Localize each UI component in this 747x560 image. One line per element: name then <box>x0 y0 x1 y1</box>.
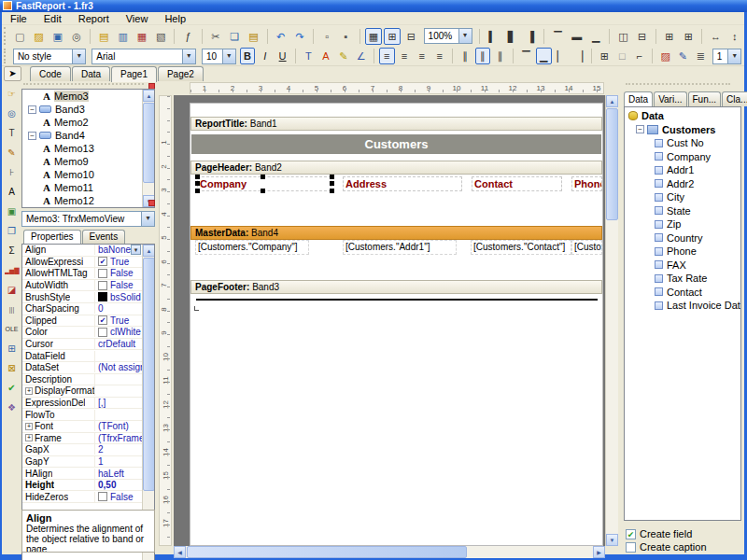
panel-grip[interactable] <box>23 83 144 88</box>
band-structure-icon[interactable]: ▪ <box>337 28 354 45</box>
frame-color-icon[interactable]: ✎ <box>675 48 691 64</box>
property-row-frame[interactable]: +Frame(TfrxFrame) <box>22 433 154 445</box>
create-caption-row[interactable]: Create caption <box>626 541 707 553</box>
line-style-icon[interactable]: ≣ <box>693 48 709 64</box>
addon-object-icon[interactable]: ❖ <box>4 399 21 415</box>
header-memo-phone[interactable]: Phone <box>571 176 602 191</box>
field-item-company[interactable]: Company <box>625 150 740 164</box>
chevron-down-icon[interactable]: ▾ <box>727 49 740 63</box>
property-row-cursor[interactable]: CursorcrDefault <box>22 339 154 351</box>
scroll-thumb[interactable] <box>143 103 155 183</box>
property-row-displayformat[interactable]: +DisplayFormat <box>22 385 154 398</box>
highlight-icon[interactable]: ✎ <box>335 48 351 64</box>
design-horizontal-scrollbar[interactable]: ◀▶ <box>174 546 605 558</box>
show-grid-icon[interactable]: ▦ <box>365 28 382 45</box>
tree-item-memo10[interactable]: AMemo10 <box>22 168 154 181</box>
property-row-allowexpressi[interactable]: AllowExpressi✔True <box>22 257 154 269</box>
tree-item-band3[interactable]: −Band3 <box>22 103 154 116</box>
frame-all-icon[interactable]: ⊞ <box>597 48 613 64</box>
table-object-icon[interactable]: ⊞ <box>4 340 21 357</box>
format-brush-icon[interactable]: ✎ <box>4 144 21 161</box>
property-row-align[interactable]: AlignbaNone▾ <box>22 245 154 257</box>
band-masterdata[interactable]: MasterData: Band4 <box>190 226 602 240</box>
selection-handle[interactable] <box>330 189 334 193</box>
space-horizontally-icon[interactable]: ◫ <box>614 28 631 45</box>
property-row-allowhtmltag[interactable]: AllowHTMLTagFalse <box>22 268 154 280</box>
band-pageheader[interactable]: PageHeader: Band2 <box>190 161 602 175</box>
align-left-edges-icon[interactable]: ▍ <box>484 28 500 45</box>
tree-item-memo3[interactable]: AMemo3 <box>22 90 154 103</box>
data-memo-2[interactable]: [Customers."Addr1"] <box>343 240 457 255</box>
property-row-expressiondel[interactable]: ExpressionDel[,] <box>22 398 154 410</box>
scroll-up-icon[interactable]: ▲ <box>606 95 618 107</box>
same-height-icon[interactable]: ↕ <box>726 28 743 45</box>
header-memo-address[interactable]: Address <box>343 176 462 191</box>
chevron-down-icon[interactable]: ▾ <box>222 49 235 63</box>
scroll-right-icon[interactable]: ▶ <box>593 546 605 558</box>
selection-handle[interactable] <box>261 189 265 193</box>
checkbox-checked-icon[interactable]: ✔ <box>98 257 107 266</box>
tab-events[interactable]: Events <box>82 230 126 244</box>
property-row-datafield[interactable]: DataField <box>22 350 154 362</box>
tree-scrollbar[interactable]: ▲▼ <box>142 90 154 207</box>
checkbox-object-icon[interactable]: ✔ <box>4 379 21 396</box>
tree-item-memo9[interactable]: AMemo9 <box>22 155 154 168</box>
toolbar-grip[interactable] <box>4 49 7 63</box>
create-caption-checkbox[interactable] <box>626 542 636 553</box>
center-horizontally-icon[interactable]: ⊞ <box>661 28 678 45</box>
property-row-height[interactable]: Height0,50 <box>22 480 154 492</box>
scroll-up-icon[interactable]: ▲ <box>143 90 155 102</box>
frame-none-icon[interactable]: □ <box>614 48 630 64</box>
collapse-icon[interactable]: − <box>636 125 644 133</box>
save-icon[interactable]: ▣ <box>49 28 66 45</box>
selection-handle[interactable] <box>330 175 334 179</box>
ole-object-icon[interactable]: OLE <box>4 320 21 337</box>
frame-edit-icon[interactable]: ⌐ <box>632 48 648 64</box>
object-bounds-icon[interactable]: ▫ <box>318 28 335 45</box>
create-field-checkbox[interactable]: ✔ <box>626 529 636 539</box>
expand-icon[interactable]: + <box>25 423 33 430</box>
header-memo-contact[interactable]: Contact <box>472 176 562 191</box>
report-page[interactable]: ReportTitle: Band1 Customers PageHeader:… <box>190 103 603 546</box>
fill-color-icon[interactable]: ▨ <box>657 48 673 64</box>
rotation-icon[interactable]: ∠ <box>353 48 369 64</box>
field-item-city[interactable]: City <box>625 190 740 204</box>
property-row-brushstyle[interactable]: BrushStylebsSolid <box>22 291 154 303</box>
checkbox-unchecked-icon[interactable] <box>98 492 107 501</box>
dropdown-icon[interactable]: ▾ <box>131 245 141 255</box>
frame-bottom-icon[interactable]: ▁ <box>536 48 552 64</box>
variables-icon[interactable]: ƒ <box>179 28 196 45</box>
tab-cla[interactable]: Cla... <box>722 91 747 106</box>
text-edit-tool-icon[interactable]: T <box>4 124 21 141</box>
tree-item-memo2[interactable]: AMemo2 <box>22 116 154 129</box>
line-object[interactable] <box>196 299 598 301</box>
valign-bottom-button[interactable]: ∥ <box>492 48 508 64</box>
menu-report[interactable]: Report <box>70 12 118 25</box>
font-select[interactable]: Arial▾ <box>92 49 196 64</box>
tab-page1[interactable]: Page1 <box>111 66 157 82</box>
checkbox-unchecked-icon[interactable] <box>98 281 107 290</box>
paste-icon[interactable]: ▤ <box>245 28 261 45</box>
menu-file[interactable]: File <box>2 12 35 25</box>
data-tree-dataset[interactable]: −Customers <box>625 123 740 137</box>
align-to-grid-icon[interactable]: ⊞ <box>384 28 401 45</box>
title-bar[interactable]: FastReport - 1.fr3 <box>0 0 747 12</box>
scroll-up-icon[interactable]: ▲ <box>143 245 155 257</box>
align-h-centers-icon[interactable]: ▋ <box>503 28 520 45</box>
property-row-dataset[interactable]: DataSet(Not assigned) <box>22 362 154 374</box>
center-vertically-icon[interactable]: ⊞ <box>680 28 697 45</box>
property-row-color[interactable]: ColorclWhite <box>22 327 154 339</box>
chevron-down-icon[interactable]: ▾ <box>182 49 195 63</box>
design-canvas[interactable]: ReportTitle: Band1 Customers PageHeader:… <box>174 95 605 546</box>
menu-view[interactable]: View <box>118 12 157 25</box>
zoom-select[interactable]: 100%▾ <box>424 28 472 44</box>
menu-edit[interactable]: Edit <box>35 12 70 25</box>
field-item-lastinvoicedate[interactable]: Last Invoice Date <box>625 299 740 313</box>
expand-icon[interactable]: + <box>25 434 33 441</box>
chevron-down-icon[interactable]: ▾ <box>72 49 85 63</box>
shape-object-icon[interactable]: ◪ <box>4 281 21 298</box>
field-item-contact[interactable]: Contact <box>625 286 740 300</box>
tab-data[interactable]: Data <box>624 91 653 106</box>
chevron-down-icon[interactable]: ▾ <box>458 29 472 43</box>
tab-code[interactable]: Code <box>30 66 71 81</box>
